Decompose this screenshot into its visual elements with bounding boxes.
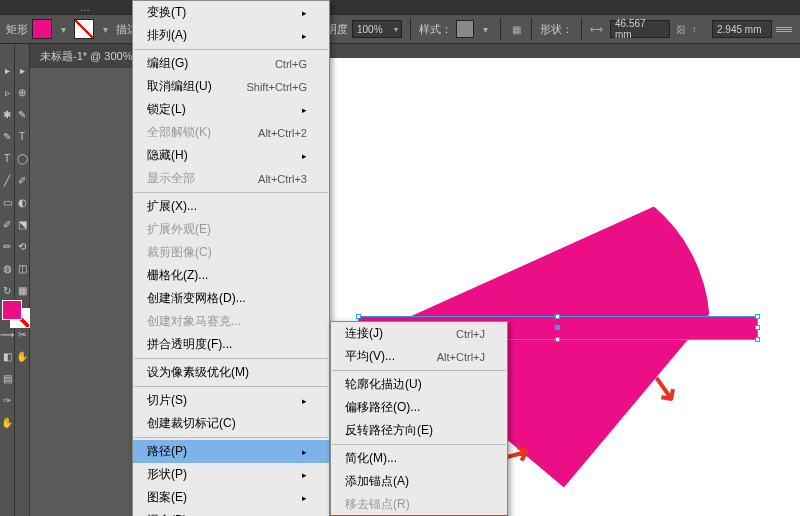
menu-item[interactable]: 排列(A) [133,24,329,47]
center-handle[interactable] [555,325,560,330]
fill-dropdown-icon[interactable]: ▾ [56,22,70,36]
tool-icon[interactable]: ▸ [16,64,28,76]
resize-handle[interactable] [755,325,760,330]
menu-item[interactable]: 偏移路径(O)... [331,396,507,419]
control-bar: 矩形 ▾ ▾ 描边： 基本 不透明度 100% 样式： ▾ ▦ 形状： ⟷ 46… [0,14,800,44]
tool-icon[interactable]: ✂ [16,328,28,340]
height-field[interactable]: 2.945 mm [712,20,772,38]
menu-item[interactable]: 扩展(X)... [133,195,329,218]
eyedropper-tool-icon[interactable]: ✑ [1,394,13,406]
menu-item-label: 轮廓化描边(U) [345,376,422,393]
menu-item-label: 变换(T) [147,4,186,21]
tool-icon[interactable]: ▦ [16,284,28,296]
gradient-tool-icon[interactable]: ▤ [1,372,13,384]
menu-item[interactable]: 变换(T) [133,1,329,24]
menu-item[interactable]: 反转路径方向(E) [331,419,507,442]
tool-icon[interactable]: ⬔ [16,218,28,230]
width-icon: ⟷ [590,23,606,35]
style-swatch[interactable] [456,20,474,38]
menu-item[interactable]: 平均(V)...Alt+Ctrl+J [331,345,507,368]
divider [410,18,411,40]
width-field[interactable]: 46.567 mm [610,20,670,38]
menu-item[interactable]: 图案(E) [133,486,329,509]
document-tab[interactable]: 未标题-1* @ 300% [30,44,143,68]
menu-item[interactable]: 连接(J)Ctrl+J [331,322,507,345]
menu-separator [134,49,328,50]
tool-icon[interactable]: ◯ [16,152,28,164]
type-tool-icon[interactable]: T [1,152,13,164]
width-tool-icon[interactable]: ⟿ [1,328,13,340]
selection-tool-icon[interactable]: ▸ [1,64,13,76]
stroke-dropdown-icon[interactable]: ▾ [98,22,112,36]
menu-item[interactable]: 轮廓化描边(U) [331,373,507,396]
pen-tool-icon[interactable]: ✎ [1,130,13,142]
menu-item[interactable]: 简化(M)... [331,447,507,470]
height-icon: ↕ [692,23,708,35]
shape-type-label: 矩形 [6,22,28,37]
menu-item[interactable]: 锁定(L) [133,98,329,121]
resize-handle[interactable] [356,314,361,319]
menu-item: 扩展外观(E) [133,218,329,241]
shape-builder-tool-icon[interactable]: ◧ [1,350,13,362]
tool-icon[interactable]: ⟲ [16,240,28,252]
menu-item[interactable]: 添加锚点(A) [331,470,507,493]
tool-icon[interactable]: ◫ [16,262,28,274]
tool-icon[interactable]: ◐ [16,196,28,208]
path-submenu: 连接(J)Ctrl+J平均(V)...Alt+Ctrl+J轮廓化描边(U)偏移路… [330,321,508,516]
menu-item[interactable]: 设为像素级优化(M) [133,361,329,384]
fill-swatch[interactable] [32,19,52,39]
menu-item[interactable]: 创建渐变网格(D)... [133,287,329,310]
menu-item[interactable]: 栅格化(Z)... [133,264,329,287]
shape-button-label[interactable]: 形状： [540,22,573,37]
wand-tool-icon[interactable]: ✱ [1,108,13,120]
rotate-tool-icon[interactable]: ↻ [1,284,13,296]
stroke-swatch[interactable] [74,19,94,39]
menu-item-label: 显示全部 [147,170,195,187]
panel-options-icon[interactable] [776,24,792,34]
tool-icon[interactable]: ✐ [16,174,28,186]
style-label: 样式： [419,22,452,37]
opacity-select[interactable]: 100% [352,20,402,38]
divider [531,18,532,40]
menu-separator [134,386,328,387]
tool-icon[interactable]: ✋ [16,350,28,362]
resize-handle[interactable] [755,337,760,342]
menu-item-label: 排列(A) [147,27,187,44]
menu-item-label: 扩展外观(E) [147,221,211,238]
align-icon[interactable]: ▦ [509,22,523,36]
menu-item-label: 全部解锁(K) [147,124,211,141]
style-dropdown-icon[interactable]: ▾ [478,22,492,36]
resize-handle[interactable] [555,314,560,319]
menu-item[interactable]: 取消编组(U)Shift+Ctrl+G [133,75,329,98]
tool-icon[interactable]: ⊕ [16,86,28,98]
tool-icon[interactable]: T [16,130,28,142]
menu-item[interactable]: 拼合透明度(F)... [133,333,329,356]
menu-item-label: 隐藏(H) [147,147,188,164]
direct-selection-tool-icon[interactable]: ▹ [1,86,13,98]
menu-item[interactable]: 创建裁切标记(C) [133,412,329,435]
fill-color-icon[interactable] [2,300,22,320]
menu-shortcut: Alt+Ctrl+3 [258,173,307,185]
line-tool-icon[interactable]: ╱ [1,174,13,186]
eraser-tool-icon[interactable]: ◍ [1,262,13,274]
menu-item[interactable]: 切片(S) [133,389,329,412]
brush-tool-icon[interactable]: ✐ [1,218,13,230]
toolbox-right: ▸ ⊕ ✎ T ◯ ✐ ◐ ⬔ ⟲ ◫ ▦ ▤ ✂ ✋ [15,44,30,516]
resize-handle[interactable] [555,337,560,342]
link-wh-icon[interactable]: ⛓ [674,22,688,36]
menu-item[interactable]: 编组(G)Ctrl+G [133,52,329,75]
menu-item[interactable]: 隐藏(H) [133,144,329,167]
menu-item[interactable]: 混合(B) [133,509,329,516]
menu-separator [134,192,328,193]
menu-separator [332,444,506,445]
menu-shortcut: Alt+Ctrl+J [437,351,485,363]
rect-tool-icon[interactable]: ▭ [1,196,13,208]
menu-item[interactable]: 路径(P) [133,440,329,463]
menu-item-label: 裁剪图像(C) [147,244,212,261]
resize-handle[interactable] [755,314,760,319]
hand-tool-icon[interactable]: ✋ [1,416,13,428]
menu-item-label: 反转路径方向(E) [345,422,433,439]
pencil-tool-icon[interactable]: ✏ [1,240,13,252]
menu-item[interactable]: 形状(P) [133,463,329,486]
tool-icon[interactable]: ✎ [16,108,28,120]
